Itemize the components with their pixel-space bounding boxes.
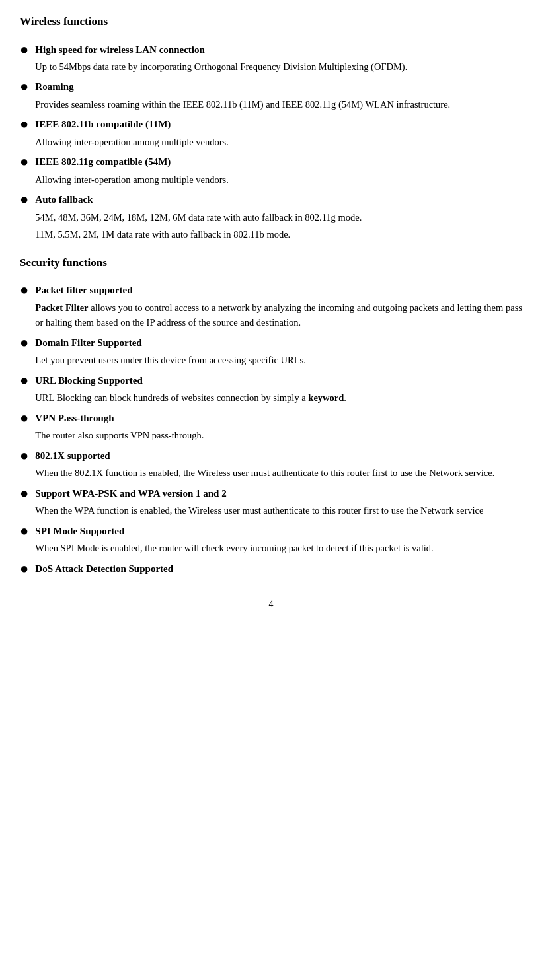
- security-section-title: Security functions: [20, 254, 522, 271]
- bullet-icon: ●: [20, 409, 28, 427]
- item-title: VPN Pass-through: [35, 413, 114, 423]
- list-item: ● 802.1X supported When the 802.1X funct…: [20, 448, 522, 481]
- item-content: Auto fallback 54M, 48M, 36M, 24M, 18M, 1…: [35, 192, 522, 242]
- item-content: SPI Mode Supported When SPI Mode is enab…: [35, 524, 522, 556]
- list-item: ● Auto fallback 54M, 48M, 36M, 24M, 18M,…: [20, 192, 522, 242]
- list-item: ● DoS Attack Detection Supported: [20, 561, 522, 577]
- bullet-icon: ●: [20, 372, 28, 389]
- item-title: Packet filter supported: [35, 285, 132, 295]
- item-title: 802.1X supported: [35, 450, 110, 461]
- item-content: Domain Filter Supported Let you prevent …: [35, 335, 522, 368]
- item-title: Auto fallback: [35, 194, 93, 205]
- security-list: ● Packet filter supported Packet Filter …: [20, 283, 522, 577]
- bullet-icon: ●: [20, 281, 28, 298]
- item-desc: When SPI Mode is enabled, the router wil…: [35, 541, 522, 555]
- item-desc: When the 802.1X function is enabled, the…: [35, 466, 522, 480]
- item-title: SPI Mode Supported: [35, 526, 124, 536]
- list-item: ● URL Blocking Supported URL Blocking ca…: [20, 373, 522, 405]
- list-item: ● IEEE 802.11b compatible (11M) Allowing…: [20, 117, 522, 149]
- item-content: DoS Attack Detection Supported: [35, 561, 522, 577]
- item-desc: 54M, 48M, 36M, 24M, 18M, 12M, 6M data ra…: [35, 210, 522, 242]
- item-title: IEEE 802.11b compatible (11M): [35, 119, 171, 129]
- item-desc: Allowing inter-operation among multiple …: [35, 135, 522, 149]
- item-content: IEEE 802.11b compatible (11M) Allowing i…: [35, 117, 522, 149]
- bold-keyword: keyword: [308, 392, 344, 403]
- bullet-icon: ●: [20, 522, 28, 540]
- item-desc: Up to 54Mbps data rate by incorporating …: [35, 59, 522, 74]
- bullet-icon: ●: [20, 41, 28, 58]
- item-title: High speed for wireless LAN connection: [35, 44, 205, 55]
- item-title: Domain Filter Supported: [35, 337, 141, 348]
- item-desc: When the WPA function is enabled, the Wi…: [35, 503, 522, 518]
- item-desc: The router also supports VPN pass-throug…: [35, 428, 522, 442]
- item-content: Support WPA-PSK and WPA version 1 and 2 …: [35, 486, 522, 518]
- item-desc: Provides seamless roaming within the IEE…: [35, 97, 522, 112]
- item-content: High speed for wireless LAN connection U…: [35, 42, 522, 75]
- item-title: URL Blocking Supported: [35, 375, 143, 386]
- list-item: ● Packet filter supported Packet Filter …: [20, 283, 522, 330]
- bullet-icon: ●: [20, 153, 28, 170]
- list-item: ● SPI Mode Supported When SPI Mode is en…: [20, 524, 522, 556]
- list-item: ● IEEE 802.11g compatible (54M) Allowing…: [20, 155, 522, 187]
- item-desc: Allowing inter-operation among multiple …: [35, 172, 522, 187]
- item-desc: Let you prevent users under this device …: [35, 353, 522, 367]
- bullet-icon: ●: [20, 560, 28, 577]
- item-title: Roaming: [35, 81, 73, 92]
- bullet-icon: ●: [20, 116, 28, 133]
- item-content: Roaming Provides seamless roaming within…: [35, 79, 522, 112]
- list-item: ● High speed for wireless LAN connection…: [20, 42, 522, 75]
- bullet-icon: ●: [20, 191, 28, 208]
- wireless-section-title: Wireless functions: [20, 13, 522, 30]
- wireless-list: ● High speed for wireless LAN connection…: [20, 42, 522, 242]
- item-content: IEEE 802.11g compatible (54M) Allowing i…: [35, 155, 522, 187]
- list-item: ● VPN Pass-through The router also suppo…: [20, 411, 522, 443]
- item-content: 802.1X supported When the 802.1X functio…: [35, 448, 522, 481]
- bullet-icon: ●: [20, 334, 28, 351]
- list-item: ● Support WPA-PSK and WPA version 1 and …: [20, 486, 522, 518]
- item-title: IEEE 802.11g compatible (54M): [35, 157, 171, 167]
- page-number: 4: [20, 597, 522, 611]
- bold-prefix: Packet Filter: [35, 302, 88, 313]
- item-title: Support WPA-PSK and WPA version 1 and 2: [35, 488, 226, 499]
- item-content: Packet filter supported Packet Filter al…: [35, 283, 522, 330]
- item-content: VPN Pass-through The router also support…: [35, 411, 522, 443]
- list-item: ● Domain Filter Supported Let you preven…: [20, 335, 522, 368]
- item-title: DoS Attack Detection Supported: [35, 563, 173, 574]
- bullet-icon: ●: [20, 447, 28, 464]
- bullet-icon: ●: [20, 485, 28, 502]
- bullet-icon: ●: [20, 78, 28, 95]
- item-desc: Packet Filter allows you to control acce…: [35, 300, 522, 330]
- item-content: URL Blocking Supported URL Blocking can …: [35, 373, 522, 405]
- item-desc: URL Blocking can block hundreds of websi…: [35, 390, 522, 405]
- page-content: Wireless functions ● High speed for wire…: [20, 13, 522, 611]
- list-item: ● Roaming Provides seamless roaming with…: [20, 79, 522, 112]
